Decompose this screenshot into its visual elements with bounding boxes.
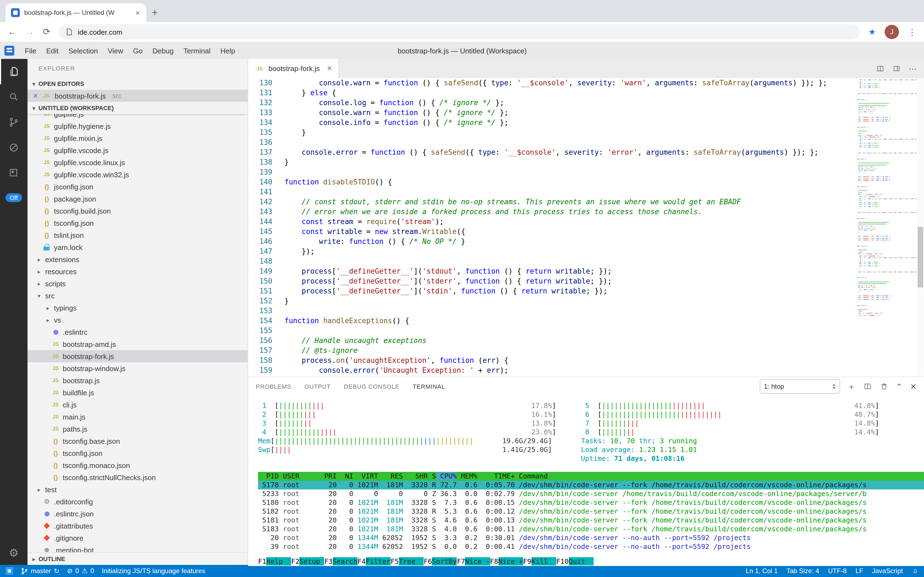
tree-file-gulpfile.vscode.linux.js[interactable]: JSgulpfile.vscode.linux.js [27,156,247,168]
avatar[interactable]: J [885,25,899,39]
source-control-icon[interactable] [0,110,27,135]
chevron-right-icon: ▸ [35,280,43,287]
language-mode[interactable]: JavaScript [872,567,903,575]
reload-icon[interactable]: ⟳ [43,27,50,36]
eol[interactable]: LF [855,567,863,575]
new-terminal-icon[interactable]: ＋ [847,383,855,390]
tree-folder-extensions[interactable]: ▸extensions [27,253,247,265]
tree-file-buildfile.js[interactable]: JSbuildfile.js [27,387,247,399]
tree-file-tsconfig.strictNullChecks.json[interactable]: {}tsconfig.strictNullChecks.json [27,471,247,484]
tree-file-bootstrap-window.js[interactable]: JSbootstrap-window.js [27,362,247,374]
editor-scrollbar[interactable] [917,78,924,377]
tree-file-bootstrap.js[interactable]: JSbootstrap.js [27,374,247,387]
workspace-header[interactable]: ▾ UNTITLED (WORKSPACE) [27,102,247,114]
editor-tab[interactable]: JS bootstrap-fork.js ✕ [248,59,339,78]
tree-file-.eslintrc.json[interactable]: .eslintrc.json [27,508,247,520]
notifications-bell-icon[interactable] [912,567,919,575]
tree-file-main.js[interactable]: JSmain.js [27,411,247,423]
remote-indicator-icon[interactable] [5,567,13,575]
layout-icon[interactable] [892,64,901,73]
tab-close-icon[interactable]: ✕ [327,65,332,72]
tree-file-gulpfile.mixin.js[interactable]: JSgulpfile.mixin.js [27,132,247,144]
tree-file-jsconfig.json[interactable]: {}jsconfig.json [27,181,247,193]
tree-file-gulpfile.vscode.win32.js[interactable]: JSgulpfile.vscode.win32.js [27,168,247,181]
browser-tab[interactable]: bootstrap-fork.js — Untitled (W × [5,3,146,22]
terminal-select[interactable]: 1: htop [760,379,840,394]
code-editor[interactable]: 130 console.warn = function () { safeSen… [248,78,857,377]
tree-file-tsconfig.json[interactable]: {}tsconfig.json [27,447,247,459]
problems-item[interactable]: ⊘ 0 ⚠ 0 [67,567,94,575]
more-actions-icon[interactable]: ⋯ [909,65,917,73]
panel-tab-terminal[interactable]: TERMINAL [413,377,445,396]
close-icon[interactable]: ✕ [33,92,38,99]
menu-help[interactable]: Help [215,47,240,55]
encoding[interactable]: UTF-8 [828,567,847,575]
tree-folder-src[interactable]: ▾src [27,290,247,302]
tree-file-tslint.json[interactable]: {}tslint.json [27,229,247,241]
extensions-icon[interactable] [0,160,27,185]
maximize-panel-icon[interactable]: ⌃ [896,383,902,390]
tree-file-.gitattributes[interactable]: .gitattributes [27,520,247,532]
menu-terminal[interactable]: Terminal [178,47,215,55]
back-icon[interactable]: ← [8,27,16,36]
app-logo-icon[interactable] [5,46,14,56]
open-editor-item[interactable]: ✕ JS bootstrap-fork.js src [27,90,247,102]
outline-header[interactable]: ▸ OUTLINE [27,552,247,565]
debug-disabled-icon[interactable] [0,135,27,160]
settings-gear-icon[interactable]: ⚙ [9,546,19,559]
menu-file[interactable]: File [20,47,41,55]
tree-file-.gitignore[interactable]: .gitignore [27,532,247,544]
address-bar[interactable]: ide.coder.com [59,24,860,40]
minimap[interactable] [857,78,917,377]
search-icon[interactable] [0,84,27,110]
tree-file-yarn.lock[interactable]: yarn.lock [27,241,247,253]
tree-file-paths.js[interactable]: JSpaths.js [27,423,247,435]
tree-file-tsconfig.json[interactable]: {}tsconfig.json [27,217,247,229]
browser-menu-icon[interactable]: ⋮ [908,27,917,37]
tree-file-tsconfig.monaco.json[interactable]: {}tsconfig.monaco.json [27,459,247,471]
menu-view[interactable]: View [103,47,128,55]
tab-size[interactable]: Tab Size: 4 [786,567,819,575]
tree-folder-resources[interactable]: ▸resources [27,265,247,277]
split-editor-icon[interactable] [876,64,885,73]
forward-icon[interactable]: → [25,27,34,36]
htop-function-key-bar[interactable]: F1Help F2Setup F3SearchF4FilterF5Tree F6… [258,557,924,566]
tree-folder-vs[interactable]: ▸vs [27,314,247,326]
open-editors-header[interactable]: ▾ OPEN EDITORS [27,77,247,90]
explorer-icon[interactable] [0,59,27,84]
tree-file-tsconfig.base.json[interactable]: {}tsconfig.base.json [27,435,247,447]
tree-file-cli.js[interactable]: JScli.js [27,399,247,411]
cursor-position[interactable]: Ln 1, Col 1 [746,567,778,575]
menu-go[interactable]: Go [128,47,148,55]
tree-folder-scripts[interactable]: ▸scripts [27,277,247,290]
tree-file-package.json[interactable]: {}package.json [27,193,247,205]
new-tab-button[interactable]: + [152,7,157,19]
tab-close-icon[interactable]: × [135,8,141,17]
tree-file-gulpfile.js[interactable]: JSgulpfile.js [27,114,247,120]
close-panel-icon[interactable]: ✕ [910,383,917,390]
tree-file-.editorconfig[interactable]: ⚙.editorconfig [27,495,247,508]
tree-file-gulpfile.hygiene.js[interactable]: JSgulpfile.hygiene.js [27,120,247,132]
tree-file-gulpfile.vscode.js[interactable]: JSgulpfile.vscode.js [27,144,247,156]
tree-folder-test[interactable]: ▸test [27,484,247,495]
menu-selection[interactable]: Selection [64,47,103,55]
split-terminal-icon[interactable] [863,382,872,391]
tree-folder-typings[interactable]: ▸typings [27,302,247,314]
panel-tab-output[interactable]: OUTPUT [305,377,331,396]
terminal[interactable]: 1 [||||||||||| 17.8%] 5 [|||||||||||||||… [248,396,924,566]
tree-file-.eslintrc[interactable]: .eslintrc [27,326,247,338]
bookmark-star-icon[interactable]: ★ [868,27,876,37]
tree-item-label: .gitignore [54,534,84,542]
scrollbar-thumb[interactable] [918,227,923,287]
trash-icon[interactable] [879,382,888,391]
telemetry-off-badge[interactable]: Off [5,193,22,202]
panel-tab-debug-console[interactable]: DEBUG CONSOLE [344,377,399,396]
menu-debug[interactable]: Debug [148,47,178,55]
tree-file-bootstrap-fork.js[interactable]: JSbootstrap-fork.js [27,350,247,362]
git-branch-item[interactable]: master ↻ [21,567,59,575]
tree-file-bootstrap-amd.js[interactable]: JSbootstrap-amd.js [27,338,247,350]
tree-file-.mention-bot[interactable]: .mention-bot [27,544,247,552]
menu-edit[interactable]: Edit [41,47,64,55]
tree-file-tsconfig.build.json[interactable]: {}tsconfig.build.json [27,205,247,217]
panel-tab-problems[interactable]: PROBLEMS [256,377,291,396]
